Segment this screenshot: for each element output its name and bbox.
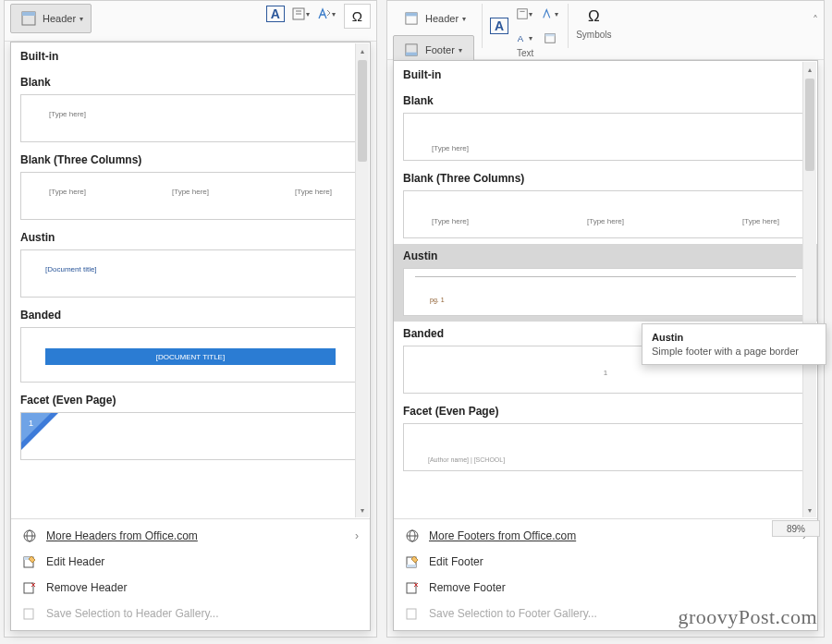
scrollbar[interactable]: ▴ ▾ (355, 43, 369, 517)
preview-blank: [Type here] (20, 94, 361, 142)
menuitem-label: Remove Footer (429, 581, 506, 594)
wordart-icon[interactable]: ▾ (540, 4, 560, 24)
menuitem-label: More Headers from Office.com (46, 529, 198, 542)
placeholder-text: [Type here] (742, 217, 779, 225)
gallery-item-austin[interactable]: Austin pg. 1 (394, 244, 817, 322)
text-group: A ▾ ▾ (266, 4, 336, 24)
remove-icon (22, 580, 37, 595)
menuitem-label: Remove Header (46, 581, 127, 594)
gallery-scroll: Built-in Blank [Type here] Blank (Three … (394, 61, 817, 518)
gallery-item-blank[interactable]: Blank [Type here] (11, 70, 370, 148)
quickparts-icon[interactable]: ▾ (514, 4, 534, 24)
date-icon[interactable] (540, 28, 560, 48)
page-number: 1 (29, 419, 33, 428)
gallery-item-blank[interactable]: Blank [Type here] (394, 89, 817, 166)
placeholder-text: [Document title] (45, 265, 97, 273)
placeholder-text: [Type here] (172, 188, 209, 196)
save-icon (405, 606, 420, 621)
preview-austin: [Document title] (20, 249, 361, 298)
svg-rect-10 (24, 583, 33, 593)
gallery-item-austin[interactable]: Austin [Document title] (11, 225, 370, 303)
placeholder-text: [Type here] (432, 217, 469, 225)
footer-button-label: Footer (425, 44, 455, 55)
omega-icon: Ω (352, 8, 362, 24)
more-from-office[interactable]: More Footers from Office.com › (394, 523, 817, 549)
remove-header[interactable]: Remove Header (11, 575, 370, 601)
menuitem-label: Edit Footer (429, 555, 483, 568)
edit-icon (405, 554, 420, 569)
item-title: Blank (403, 94, 808, 107)
header-icon (18, 8, 39, 29)
facet-triangle (21, 413, 58, 450)
gallery-item-threecol[interactable]: Blank (Three Columns) [Type here] [Type … (11, 148, 370, 225)
textbox-icon[interactable]: A (266, 6, 285, 22)
remove-footer[interactable]: Remove Footer (394, 575, 817, 601)
globe-icon (22, 529, 37, 543)
item-title: Blank (20, 76, 361, 89)
gallery-item-threecol[interactable]: Blank (Three Columns) [Type here] [Type … (394, 166, 817, 244)
symbols-group-label: Symbols (576, 30, 611, 40)
svg-rect-1 (22, 12, 35, 16)
item-title: Facet (Even Page) (20, 394, 361, 407)
wordart-icon[interactable]: ▾ (316, 4, 336, 24)
svg-rect-31 (407, 609, 416, 619)
quickparts-icon[interactable]: ▾ (290, 4, 311, 24)
symbols-button[interactable]: Ω (581, 4, 607, 30)
tooltip-title: Austin (652, 332, 816, 343)
svg-rect-28 (407, 583, 416, 593)
dropcap-icon[interactable]: A▾ (514, 28, 534, 48)
scroll-thumb[interactable] (358, 60, 367, 162)
header-dropdown: Built-in Blank [Type here] Blank (Three … (10, 42, 371, 631)
footer-icon (401, 40, 422, 60)
footer-pane: Header ▾ Footer ▾ A ▾ ▾ (386, 0, 825, 638)
scroll-down-icon[interactable]: ▾ (803, 503, 816, 517)
banded-bar: [DOCUMENT TITLE] (45, 348, 336, 365)
page-number: 1 (604, 369, 607, 377)
collapse-ribbon-icon[interactable]: ˄ (813, 14, 818, 27)
gallery-item-facet[interactable]: Facet (Even Page) [Author name] | [SCHOO… (394, 399, 817, 477)
dropdown-footer-menu: More Headers from Office.com › Edit Head… (11, 518, 370, 630)
header-button[interactable]: Header ▾ (393, 4, 474, 33)
svg-rect-15 (406, 13, 417, 17)
scroll-down-icon[interactable]: ▾ (356, 503, 369, 517)
preview-austin: pg. 1 (403, 268, 808, 316)
edit-footer[interactable]: Edit Footer (394, 549, 817, 575)
divider (415, 276, 796, 277)
item-title: Banded (20, 309, 361, 322)
chevron-down-icon: ▾ (462, 15, 466, 23)
gallery-item-facet[interactable]: Facet (Even Page) 1 (11, 388, 370, 466)
more-from-office[interactable]: More Headers from Office.com › (11, 523, 370, 549)
menuitem-label: Edit Header (46, 555, 104, 568)
gallery-scroll: Built-in Blank [Type here] Blank (Three … (11, 43, 370, 518)
edit-header[interactable]: Edit Header (11, 549, 370, 575)
preview-banded: [DOCUMENT TITLE] (20, 327, 361, 383)
placeholder-text: [Type here] (587, 217, 624, 225)
ribbon-right: Header ▾ Footer ▾ A ▾ ▾ (387, 1, 824, 60)
textbox-icon[interactable]: A (490, 18, 508, 34)
scroll-up-icon[interactable]: ▴ (803, 62, 816, 77)
gallery-item-banded[interactable]: Banded [DOCUMENT TITLE] (11, 303, 370, 388)
svg-rect-18 (518, 9, 528, 19)
item-title: Blank (Three Columns) (20, 153, 361, 166)
preview-threecol: [Type here] [Type here] [Type here] (403, 190, 808, 238)
scrollbar[interactable]: ▴ ▾ (802, 62, 816, 517)
svg-text:A: A (518, 33, 524, 43)
preview-facet: [Author name] | [SCHOOL] (403, 423, 808, 471)
watermark-brand: groovyPost.com (678, 605, 817, 629)
header-button[interactable]: Header ▾ (10, 4, 92, 33)
scroll-thumb[interactable] (805, 79, 814, 171)
header-icon (401, 8, 422, 29)
svg-rect-13 (24, 609, 33, 619)
globe-icon (405, 529, 420, 543)
placeholder-text: [Type here] (295, 188, 332, 196)
menuitem-label: Save Selection to Footer Gallery... (429, 607, 597, 620)
section-builtin: Built-in (394, 61, 817, 89)
menuitem-label: Save Selection to Header Gallery... (46, 607, 219, 620)
scroll-up-icon[interactable]: ▴ (356, 43, 369, 58)
tooltip-desc: Simple footer with a page border (652, 346, 816, 357)
zoom-level[interactable]: 89% (772, 520, 820, 537)
svg-rect-22 (545, 34, 556, 37)
omega-icon: Ω (588, 7, 600, 25)
symbols-button[interactable]: Ω (344, 4, 371, 29)
placeholder-text: [Type here] (49, 110, 86, 118)
